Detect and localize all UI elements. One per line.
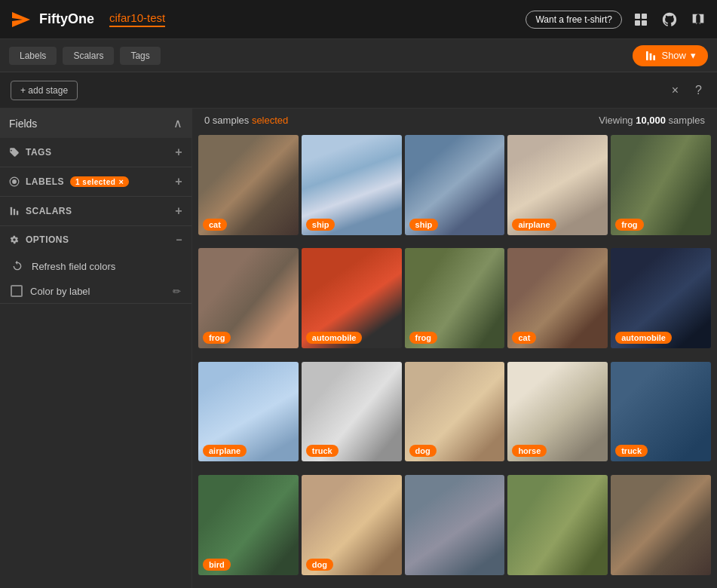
image-label: ship xyxy=(409,219,439,231)
image-cell[interactable]: frog xyxy=(198,248,299,348)
tags-icon xyxy=(9,147,20,158)
clear-stage-button[interactable]: × xyxy=(667,84,683,97)
image-label: automobile xyxy=(306,332,363,344)
image-cell[interactable]: cat xyxy=(198,135,299,235)
image-cell[interactable]: automobile xyxy=(302,248,402,348)
image-label: horse xyxy=(512,445,547,457)
svg-rect-7 xyxy=(654,55,656,60)
image-cell[interactable]: airplane xyxy=(198,362,299,462)
svg-rect-4 xyxy=(642,20,647,26)
image-label: airplane xyxy=(512,219,556,231)
image-label: frog xyxy=(203,332,231,344)
content-area: 0 samples selected Viewing 10,000 sample… xyxy=(192,109,717,588)
image-cell[interactable]: horse xyxy=(507,362,608,462)
svg-rect-2 xyxy=(642,14,647,19)
refresh-label: Refresh field colors xyxy=(32,261,115,272)
tags-add-icon[interactable]: + xyxy=(175,145,182,159)
image-cell[interactable]: dog xyxy=(302,475,402,575)
svg-rect-5 xyxy=(646,51,648,60)
svg-point-9 xyxy=(12,179,17,184)
image-label: ship xyxy=(306,219,336,231)
sidebar: Fields ∧ TAGS + LABELS 1 sele xyxy=(0,109,192,588)
labels-button[interactable]: Labels xyxy=(9,47,57,65)
image-cell[interactable]: automobile xyxy=(611,248,711,348)
image-cell[interactable]: ship xyxy=(405,135,505,235)
github-icon[interactable] xyxy=(660,10,679,29)
show-chevron: ▾ xyxy=(691,50,696,61)
fields-chevron-icon: ∧ xyxy=(173,116,182,130)
labels-badge[interactable]: 1 selected × xyxy=(70,176,129,187)
scalars-add-icon[interactable]: + xyxy=(175,204,182,218)
grid-icon[interactable] xyxy=(631,10,651,29)
options-gear-icon xyxy=(9,234,20,245)
logo-area: FiftyOne xyxy=(9,8,94,32)
image-cell[interactable]: cat xyxy=(507,248,608,348)
labels-section: LABELS 1 selected × + xyxy=(0,167,192,197)
toolbar: Labels Scalars Tags Show ▾ xyxy=(0,39,717,72)
logo-text: FiftyOne xyxy=(39,11,94,27)
image-label: frog xyxy=(409,332,437,344)
color-by-label-checkbox[interactable] xyxy=(11,285,23,297)
image-grid: catshipshipairplanefrogfrogautomobilefro… xyxy=(192,132,717,588)
book-icon[interactable] xyxy=(688,10,708,29)
image-cell[interactable]: airplane xyxy=(507,135,608,235)
image-label: truck xyxy=(306,445,339,457)
color-by-label-text: Color by label xyxy=(30,286,90,297)
image-cell[interactable]: truck xyxy=(302,362,402,462)
options-label: OPTIONS xyxy=(26,234,69,245)
svg-rect-1 xyxy=(635,14,640,19)
image-cell[interactable] xyxy=(507,475,608,575)
image-cell[interactable]: bird xyxy=(198,475,299,575)
svg-rect-11 xyxy=(14,209,15,215)
labels-add-icon[interactable]: + xyxy=(175,175,182,188)
options-section: OPTIONS − Refresh field colors Color by … xyxy=(0,226,192,304)
color-by-label-item[interactable]: Color by label ✏ xyxy=(0,279,192,303)
options-header[interactable]: OPTIONS − xyxy=(0,226,192,253)
image-label: cat xyxy=(512,332,536,344)
image-cell[interactable]: ship xyxy=(302,135,402,235)
image-label: dog xyxy=(409,445,437,457)
scalars-section: SCALARS + xyxy=(0,197,192,226)
scalars-label: SCALARS xyxy=(26,206,72,216)
image-cell[interactable]: frog xyxy=(611,135,711,235)
tags-header[interactable]: TAGS + xyxy=(0,138,192,167)
image-label: bird xyxy=(203,559,231,571)
scalars-button[interactable]: Scalars xyxy=(63,47,114,65)
show-button[interactable]: Show ▾ xyxy=(633,45,708,66)
image-cell[interactable]: dog xyxy=(405,362,505,462)
refresh-icon xyxy=(11,259,24,273)
image-label: cat xyxy=(203,219,227,231)
help-stage-button[interactable]: ? xyxy=(691,84,706,97)
app-header: FiftyOne cifar10-test Want a free t-shir… xyxy=(0,0,717,39)
add-stage-button[interactable]: + add stage xyxy=(11,81,78,100)
image-cell[interactable]: truck xyxy=(611,362,711,462)
show-label: Show xyxy=(661,50,686,61)
refresh-field-colors-item[interactable]: Refresh field colors xyxy=(0,253,192,279)
image-cell[interactable]: frog xyxy=(405,248,505,348)
dataset-name[interactable]: cifar10-test xyxy=(109,11,165,27)
image-cell[interactable] xyxy=(611,475,711,575)
fields-section-header[interactable]: Fields ∧ xyxy=(0,109,192,138)
tags-section: TAGS + xyxy=(0,138,192,167)
image-label: frog xyxy=(615,219,643,231)
tags-button[interactable]: Tags xyxy=(120,47,160,65)
scalars-header[interactable]: SCALARS + xyxy=(0,197,192,225)
image-label: truck xyxy=(615,445,648,457)
show-icon xyxy=(645,50,657,62)
image-label: automobile xyxy=(615,332,672,344)
svg-rect-6 xyxy=(650,53,652,60)
labels-badge-clear[interactable]: × xyxy=(118,177,124,186)
viewing-info: Viewing 10,000 samples xyxy=(599,115,705,126)
main-area: Fields ∧ TAGS + LABELS 1 sele xyxy=(0,109,717,588)
svg-marker-0 xyxy=(12,12,30,27)
image-label: dog xyxy=(306,559,333,571)
logo-icon xyxy=(9,8,33,32)
image-cell[interactable] xyxy=(405,475,505,575)
pencil-icon[interactable]: ✏ xyxy=(173,286,181,297)
svg-rect-12 xyxy=(17,210,18,215)
labels-header[interactable]: LABELS 1 selected × + xyxy=(0,167,192,196)
svg-rect-10 xyxy=(11,207,12,216)
fields-label: Fields xyxy=(9,118,167,130)
tags-label: TAGS xyxy=(26,147,51,158)
tshirt-button[interactable]: Want a free t-shirt? xyxy=(525,11,622,29)
